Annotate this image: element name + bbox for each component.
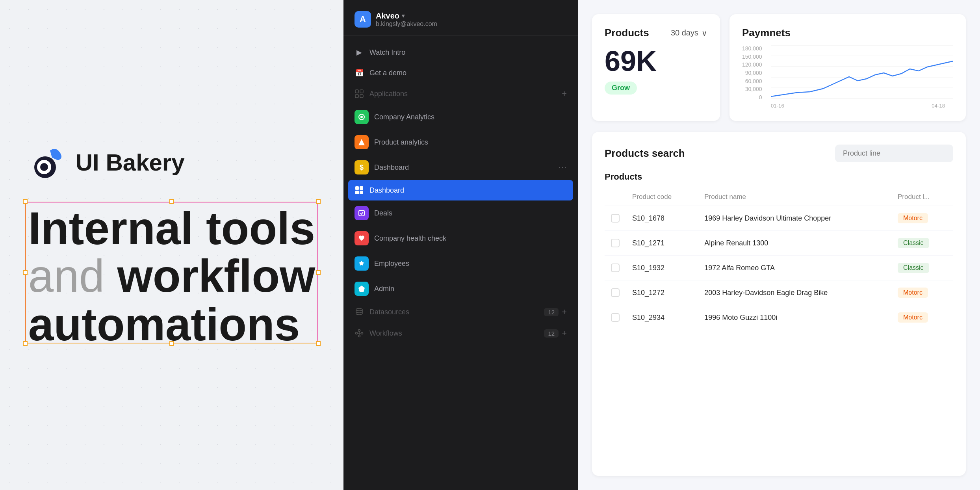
admin-icon <box>355 282 369 296</box>
col-product-name: Product name <box>698 188 891 206</box>
svg-point-18 <box>358 330 360 332</box>
svg-rect-10 <box>355 186 359 190</box>
nav-label: Employees <box>374 260 409 268</box>
sidebar-item-watch-intro[interactable]: ▶ Watch Intro <box>343 42 578 63</box>
y-label-2: 150,000 <box>742 54 762 60</box>
sidebar-item-dashboard-parent[interactable]: $ Dashboard ⋯ <box>343 155 578 180</box>
applications-label: Applications <box>369 90 408 98</box>
row-checkbox[interactable] <box>611 288 620 297</box>
add-datasource-button[interactable]: + <box>562 307 567 317</box>
products-metric: 69K <box>605 47 707 75</box>
row-checkbox[interactable] <box>611 264 620 272</box>
play-icon: ▶ <box>355 48 364 57</box>
row-checkbox[interactable] <box>611 214 620 223</box>
add-application-button[interactable]: + <box>562 89 567 99</box>
sidebar-section-workflows: Workflows 12 + <box>343 323 578 344</box>
row-checkbox[interactable] <box>611 239 620 247</box>
col-checkbox <box>605 188 626 206</box>
product-code: S10_1271 <box>626 231 698 256</box>
payments-title: Paymnets <box>742 27 953 39</box>
products-card-title: Products <box>605 27 649 39</box>
add-workflow-button[interactable]: + <box>562 328 567 338</box>
product-analytics-icon <box>355 135 369 149</box>
sidebar-item-company-health[interactable]: Company health check <box>343 226 578 251</box>
y-axis: 180,000 150,000 120,000 90,000 60,000 30… <box>742 45 762 108</box>
row-checkbox[interactable] <box>611 313 620 322</box>
nav-label: Dashboard <box>374 163 409 172</box>
handle-ml[interactable] <box>23 270 28 275</box>
sidebar-item-dashboard-active[interactable]: Dashboard <box>348 180 573 200</box>
hero-line3: automations <box>28 302 315 347</box>
left-content: UI Bakery Internal tools and workflow au… <box>5 119 339 371</box>
product-line-input[interactable] <box>835 145 953 162</box>
sidebar-panel: A Akveo ▾ b.kingsly@akveo.com ▶ Watch In… <box>343 0 578 490</box>
svg-point-20 <box>361 332 363 334</box>
products-table-label: Products <box>605 172 953 182</box>
logo-area: UI Bakery <box>28 143 315 182</box>
workflows-left: Workflows <box>355 329 402 338</box>
svg-rect-14 <box>359 210 364 216</box>
svg-rect-4 <box>360 90 363 93</box>
dashboard-icon: $ <box>355 160 369 174</box>
y-label-4: 90,000 <box>742 70 762 76</box>
product-code: S10_1932 <box>626 256 698 280</box>
svg-text:04-18: 04-18 <box>932 104 945 108</box>
sidebar-item-company-analytics[interactable]: Company Analytics <box>343 104 578 130</box>
datasources-label: Datasources <box>369 308 409 316</box>
sidebar-item-admin[interactable]: Admin <box>343 276 578 301</box>
company-name: Akveo <box>376 11 399 20</box>
table-row: S10_1678 1969 Harley Davidson Ultimate C… <box>605 206 953 231</box>
products-card-header: Products 30 days ∨ <box>605 27 707 39</box>
svg-point-8 <box>360 116 363 118</box>
product-line-badge: Motorc <box>898 288 928 298</box>
handle-bl[interactable] <box>23 341 28 346</box>
col-product-line: Product l... <box>891 188 953 206</box>
grow-badge: Grow <box>605 82 637 95</box>
product-line-badge: Motorc <box>898 213 928 223</box>
nav-label: Dashboard <box>369 186 404 195</box>
right-panel: Products 30 days ∨ 69K Grow Paymnets 180… <box>578 0 980 490</box>
product-code: S10_1678 <box>626 206 698 231</box>
product-name: 2003 Harley-Davidson Eagle Drag Bike <box>698 280 891 305</box>
top-cards: Products 30 days ∨ 69K Grow Paymnets 180… <box>592 14 966 121</box>
sidebar-item-get-demo[interactable]: 📅 Get a demo <box>343 63 578 83</box>
handle-tr[interactable] <box>316 199 321 204</box>
y-label-1: 180,000 <box>742 45 762 52</box>
chevron-down-icon: ▾ <box>402 13 405 19</box>
y-label-5: 60,000 <box>742 78 762 84</box>
dashboard-sub-icon <box>355 186 364 195</box>
product-name: 1969 Harley Davidson Ultimate Chopper <box>698 206 891 231</box>
table-container: Products Product code Product name Produ… <box>605 172 953 463</box>
y-label-7: 0 <box>742 94 762 100</box>
period-selector[interactable]: 30 days ∨ <box>671 28 707 38</box>
hero-line1: Internal tools <box>28 206 315 251</box>
handle-mr[interactable] <box>316 270 321 275</box>
handle-tl[interactable] <box>23 199 28 204</box>
nav-label: Get a demo <box>369 69 406 77</box>
workflows-controls: 12 + <box>544 328 567 338</box>
svg-point-19 <box>358 335 360 337</box>
hero-bold: workflow <box>117 251 316 302</box>
nav-label: Deals <box>374 209 392 217</box>
payments-chart-area: 180,000 150,000 120,000 90,000 60,000 30… <box>742 45 953 108</box>
products-tbody: S10_1678 1969 Harley Davidson Ultimate C… <box>605 206 953 330</box>
sidebar-nav: ▶ Watch Intro 📅 Get a demo Applications <box>343 36 578 490</box>
sidebar-company[interactable]: Akveo ▾ <box>376 11 567 20</box>
svg-point-2 <box>40 163 48 171</box>
akveo-logo-icon: A <box>355 11 371 28</box>
sidebar-section-applications: Applications + <box>343 83 578 104</box>
sidebar-item-employees[interactable]: Employees <box>343 251 578 276</box>
svg-rect-3 <box>355 90 358 93</box>
sidebar-item-product-analytics[interactable]: Product analytics <box>343 130 578 155</box>
more-icon[interactable]: ⋯ <box>558 162 567 173</box>
datasources-icon <box>355 307 364 317</box>
search-header: Products search <box>605 145 953 162</box>
svg-marker-15 <box>358 286 365 292</box>
sidebar-email: b.kingsly@akveo.com <box>376 20 567 28</box>
nav-label: Company Analytics <box>374 113 434 121</box>
sidebar-item-deals[interactable]: Deals <box>343 200 578 226</box>
svg-point-17 <box>356 332 358 334</box>
svg-text:01-16: 01-16 <box>771 104 784 108</box>
handle-br[interactable] <box>316 341 321 346</box>
search-section: Products search Products Product code Pr… <box>592 132 966 476</box>
